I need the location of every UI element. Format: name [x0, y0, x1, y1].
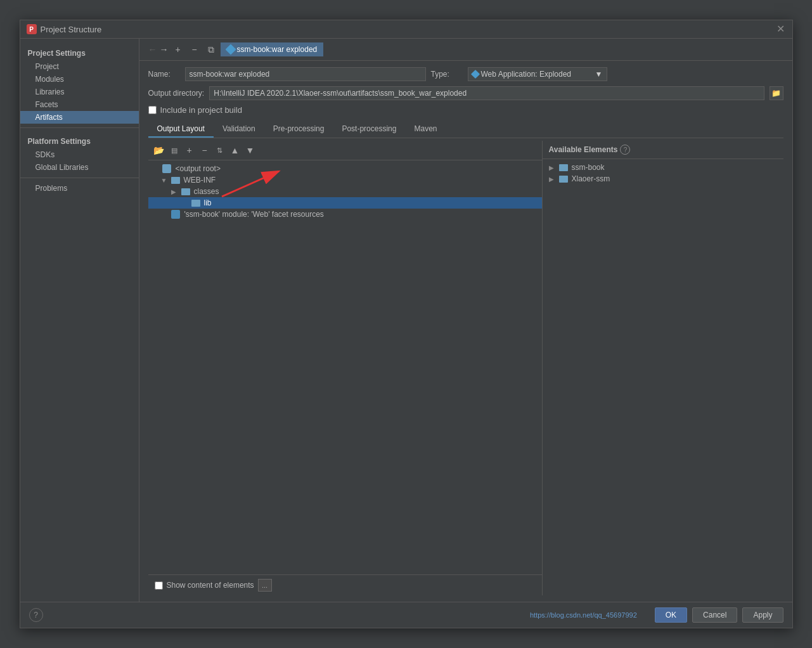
tree-add-folder-button[interactable]: 📂 [152, 143, 166, 157]
avail-xlaoer-label: Xlaoer-ssm [572, 174, 610, 183]
close-button[interactable]: ✕ [776, 24, 786, 34]
include-checkbox-row: Include in project build [148, 105, 783, 115]
split-pane: 📂 ▤ + − ⇅ ▲ ▼ [148, 141, 783, 595]
sidebar-divider-2 [20, 178, 139, 178]
browse-folder-button[interactable]: 📁 [770, 86, 783, 100]
avail-ssm-book-arrow-icon: ▶ [549, 164, 557, 171]
tree-add-button[interactable]: ▤ [167, 143, 181, 157]
type-chevron-icon: ▼ [595, 70, 603, 79]
tree-item-module-resources[interactable]: 'ssm-book' module: 'Web' facet resources [148, 209, 542, 220]
tab-maven[interactable]: Maven [405, 121, 446, 138]
war-icon [225, 44, 236, 55]
tree-up-button[interactable]: ▲ [228, 143, 242, 157]
tree-remove-button[interactable]: − [198, 143, 212, 157]
apply-button[interactable]: Apply [742, 607, 783, 623]
include-project-build-label[interactable]: Include in project build [160, 105, 242, 115]
tab-output-layout[interactable]: Output Layout [148, 121, 214, 138]
available-elements-title: Available Elements [549, 145, 618, 154]
show-content-more-button[interactable]: ... [258, 579, 272, 592]
classes-folder-icon [181, 188, 190, 195]
sidebar: Project Settings Project Modules Librari… [20, 39, 139, 602]
nav-arrows: ← → [148, 44, 169, 55]
settings-panel: Name: Type: Web Application: Exploded ▼ … [139, 61, 792, 602]
project-structure-dialog: P Project Structure ✕ Project Settings P… [20, 20, 793, 628]
output-root-icon [162, 164, 171, 173]
sidebar-item-facets[interactable]: Facets [20, 98, 139, 111]
platform-settings-label: Platform Settings [20, 134, 139, 148]
tree-content: <output root> ▼ WEB-INF ▶ [148, 160, 542, 574]
sidebar-item-artifacts[interactable]: Artifacts [20, 111, 139, 124]
bottom-bar: Show content of elements ... [148, 574, 542, 595]
avail-xlaoer-folder-icon [559, 176, 568, 183]
tree-down-button[interactable]: ▼ [243, 143, 257, 157]
tree-new-button[interactable]: + [183, 143, 197, 157]
avail-xlaoer-arrow-icon: ▶ [549, 176, 557, 183]
output-root-label: <output root> [176, 164, 221, 173]
sidebar-item-libraries[interactable]: Libraries [20, 86, 139, 98]
tab-pre-processing[interactable]: Pre-processing [264, 121, 333, 138]
project-settings-label: Project Settings [20, 46, 139, 60]
name-input[interactable] [185, 67, 426, 81]
tree-item-output-root[interactable]: <output root> [148, 163, 542, 174]
sidebar-item-global-libraries[interactable]: Global Libraries [20, 161, 139, 174]
webinf-collapse-icon: ▼ [161, 177, 169, 184]
type-label: Type: [431, 70, 463, 79]
add-artifact-button[interactable]: + [171, 42, 185, 56]
avail-ssm-book-label: ssm-book [572, 163, 605, 172]
sidebar-item-project[interactable]: Project [20, 60, 139, 73]
artifact-toolbar: ← → + − ⧉ ssm-book:war exploded [139, 39, 792, 61]
copy-artifact-button[interactable]: ⧉ [204, 42, 218, 56]
content-area: ← → + − ⧉ ssm-book:war exploded Name: Ty… [139, 39, 792, 602]
available-elements-help-icon[interactable]: ? [620, 145, 630, 155]
cancel-button[interactable]: Cancel [692, 607, 737, 623]
tree-sort-button[interactable]: ⇅ [213, 143, 227, 157]
remove-artifact-button[interactable]: − [188, 42, 202, 56]
include-project-build-checkbox[interactable] [148, 106, 157, 114]
webinf-label: WEB-INF [184, 176, 216, 185]
name-label: Name: [148, 70, 180, 79]
help-button[interactable]: ? [29, 608, 43, 622]
tab-validation[interactable]: Validation [214, 121, 264, 138]
csdn-link[interactable]: https://blog.csdn.net/qq_45697992 [530, 611, 637, 619]
sidebar-item-sdks[interactable]: SDKs [20, 148, 139, 161]
avail-item-ssm-book[interactable]: ▶ ssm-book [543, 162, 783, 173]
webinf-folder-icon [171, 177, 180, 184]
available-elements-header: Available Elements ? [543, 141, 783, 159]
type-value: Web Application: Exploded [481, 70, 572, 79]
app-icon: P [27, 24, 37, 34]
type-dropdown[interactable]: Web Application: Exploded ▼ [468, 67, 607, 81]
sidebar-divider [20, 127, 139, 128]
avail-item-xlaoer-ssm[interactable]: ▶ Xlaoer-ssm [543, 173, 783, 185]
lib-folder-icon [191, 200, 200, 207]
back-button[interactable]: ← [148, 44, 157, 55]
tabs: Output Layout Validation Pre-processing … [148, 121, 783, 138]
artifact-item-label: ssm-book:war exploded [237, 45, 318, 54]
type-icon [470, 70, 479, 79]
module-icon [171, 210, 180, 219]
tree-item-webinf[interactable]: ▼ WEB-INF [148, 174, 542, 186]
tree-item-lib[interactable]: lib [148, 197, 542, 209]
sidebar-item-modules[interactable]: Modules [20, 73, 139, 86]
main-body: Project Settings Project Modules Librari… [20, 39, 792, 602]
output-dir-input[interactable] [209, 86, 764, 100]
sidebar-item-problems[interactable]: Problems [20, 182, 139, 195]
tab-post-processing[interactable]: Post-processing [333, 121, 405, 138]
name-row: Name: Type: Web Application: Exploded ▼ [148, 67, 783, 81]
module-label: 'ssm-book' module: 'Web' facet resources [184, 210, 324, 219]
avail-ssm-book-folder-icon [559, 164, 568, 171]
forward-button[interactable]: → [160, 44, 169, 55]
show-content-checkbox[interactable] [155, 581, 163, 590]
classes-label: classes [194, 187, 219, 196]
available-pane: Available Elements ? ▶ ssm-book ▶ [543, 141, 783, 595]
lib-label: lib [204, 198, 212, 207]
output-dir-row: Output directory: 📁 [148, 86, 783, 100]
artifact-item[interactable]: ssm-book:war exploded [221, 42, 324, 56]
ok-button[interactable]: OK [655, 607, 687, 623]
tree-item-classes[interactable]: ▶ classes [148, 186, 542, 197]
dialog-footer: ? https://blog.csdn.net/qq_45697992 OK C… [20, 602, 792, 628]
show-content-label[interactable]: Show content of elements [167, 581, 254, 590]
show-content-row: Show content of elements [155, 581, 254, 590]
title-bar-left: P Project Structure [27, 24, 102, 34]
dialog-title: Project Structure [41, 25, 102, 34]
available-elements-content: ▶ ssm-book ▶ Xlaoer-ssm [543, 159, 783, 595]
